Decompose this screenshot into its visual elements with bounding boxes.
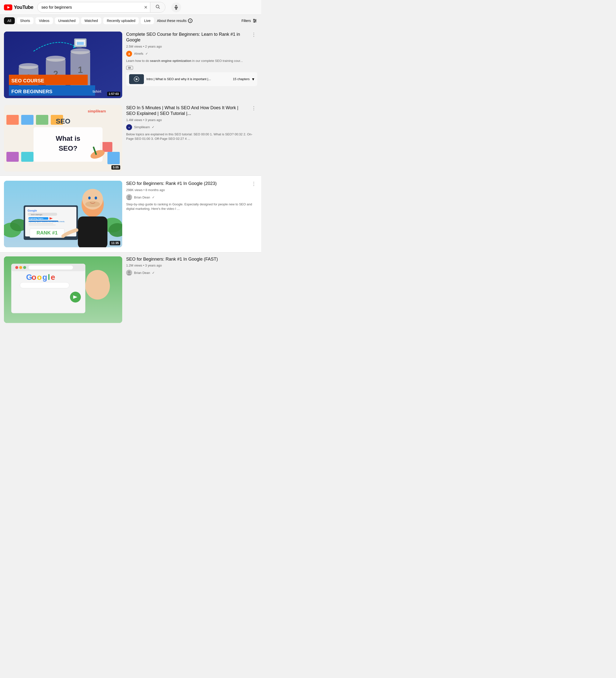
svg-text:o: o — [32, 273, 37, 281]
video-meta-2: 1.4M views • 3 years ago — [126, 118, 257, 122]
about-results[interactable]: About these results i — [157, 18, 193, 23]
svg-rect-4 — [176, 5, 177, 8]
filter-chip-unwatched[interactable]: Unwatched — [55, 17, 79, 24]
video-title-3[interactable]: SEO for Beginners: Rank #1 In Google (20… — [126, 181, 250, 186]
svg-rect-41 — [6, 152, 19, 162]
svg-point-2 — [156, 5, 159, 8]
filter-chip-shorts[interactable]: Shorts — [17, 17, 34, 24]
svg-text:RANK #1: RANK #1 — [37, 230, 58, 235]
svg-point-21 — [71, 48, 90, 54]
video-info-3: SEO for Beginners: Rank #1 In Google (20… — [126, 181, 257, 247]
svg-point-84 — [19, 266, 22, 269]
dot-1: • — [143, 45, 145, 48]
search-input[interactable] — [37, 3, 141, 11]
voice-search-button[interactable] — [171, 2, 181, 12]
svg-rect-37 — [6, 115, 19, 125]
verified-icon-3: ✓ — [152, 195, 155, 199]
svg-rect-77 — [78, 217, 108, 247]
video-info-2: SEO In 5 Minutes | What Is SEO And How D… — [126, 105, 257, 172]
svg-text:simplilearn: simplilearn — [88, 109, 106, 113]
thumbnail-1[interactable]: 3 2 1 SEO COURSE FOR BEGINN — [4, 32, 122, 98]
channel-avatar-2: S — [126, 124, 132, 130]
video-title-2[interactable]: SEO In 5 Minutes | What Is SEO And How D… — [126, 105, 250, 117]
svg-rect-86 — [29, 266, 73, 269]
more-options-button-1[interactable]: ⋮ — [250, 32, 257, 37]
channel-avatar-4 — [126, 270, 132, 276]
age-1: 2 years ago — [145, 45, 162, 48]
chapter-row-1[interactable]: Intro | What is SEO and why it is import… — [126, 72, 257, 86]
svg-text:Exploding Topics - Discover th: Exploding Topics - Discover the hottest … — [29, 221, 65, 223]
video-title-4[interactable]: SEO for Beginners: Rank #1 In Google (FA… — [126, 256, 257, 262]
sliders-icon — [252, 18, 257, 23]
svg-text:tech startups: tech startups — [31, 214, 42, 216]
youtube-logo[interactable]: YouTube — [4, 4, 33, 10]
svg-text:tshirt: tshirt — [93, 89, 101, 93]
search-submit-button[interactable] — [150, 2, 165, 12]
more-options-button-3[interactable]: ⋮ — [250, 181, 257, 187]
filters-label: Filters — [242, 19, 251, 23]
search-clear-button[interactable]: ✕ — [141, 5, 150, 10]
views-4: 1.2M views — [126, 264, 142, 267]
svg-text:What is: What is — [56, 135, 80, 142]
chapter-thumbnail-1 — [129, 74, 144, 84]
thumbnail-art-2: simplilearn SEO What is SEO? — [4, 105, 122, 172]
about-results-label: About these results — [157, 19, 187, 23]
svg-rect-26 — [77, 42, 84, 45]
video-card-2: simplilearn SEO What is SEO? — [0, 102, 261, 175]
video-title-1[interactable]: Complete SEO Course for Beginners: Learn… — [126, 32, 250, 43]
channel-row-2: S Simplilearn ✓ — [126, 124, 257, 130]
video-desc-1: Learn how to do search engine optimizati… — [126, 59, 257, 63]
video-desc-3: Step-by-step guide to ranking in Google.… — [126, 202, 257, 211]
thumbnail-art-4: G o o g l e — [4, 256, 122, 323]
views-1: 2.5M views — [126, 45, 142, 48]
info-icon: i — [188, 18, 193, 23]
svg-point-11 — [255, 20, 256, 21]
age-3: 8 months ago — [146, 188, 165, 192]
filter-chip-live[interactable]: Live — [141, 17, 154, 24]
thumbnail-3[interactable]: Google tech startups Exploding Topics Ex… — [4, 181, 122, 247]
svg-text:l: l — [48, 273, 50, 281]
svg-text:SEO: SEO — [56, 117, 70, 125]
svg-text:Google: Google — [28, 209, 37, 212]
video-card-3: Google tech startups Exploding Topics Ex… — [0, 176, 261, 253]
filter-chip-recently-uploaded[interactable]: Recently uploaded — [103, 17, 139, 24]
thumbnail-4[interactable]: G o o g l e — [4, 256, 122, 323]
svg-line-3 — [159, 8, 160, 9]
svg-text:SEO COURSE: SEO COURSE — [11, 78, 44, 83]
thumbnail-art-1: 3 2 1 SEO COURSE FOR BEGINN — [4, 32, 122, 98]
svg-text:e: e — [51, 273, 55, 281]
verified-icon-4: ✓ — [152, 271, 155, 275]
logo-wordmark: YouTube — [14, 4, 33, 10]
filter-chip-videos[interactable]: Videos — [36, 17, 53, 24]
channel-name-1[interactable]: Ahrefs — [134, 52, 143, 55]
thumbnail-2[interactable]: simplilearn SEO What is SEO? — [4, 105, 122, 172]
svg-rect-69 — [29, 225, 56, 225]
svg-point-18 — [46, 56, 66, 62]
views-3: 298K views — [126, 188, 142, 192]
video-desc-2: Below topics are explained in this SEO t… — [126, 132, 257, 141]
duration-badge-3: 11:35 — [110, 241, 120, 245]
channel-name-4[interactable]: Brian Dean — [134, 271, 150, 275]
channel-row-1: a Ahrefs ✓ — [126, 51, 257, 57]
video-meta-3: 298K views • 8 months ago — [126, 188, 257, 192]
expand-chapters-button-1[interactable]: ▾ — [252, 76, 254, 82]
video-info-4: SEO for Beginners: Rank #1 In Google (FA… — [126, 256, 257, 323]
channel-name-3[interactable]: Brian Dean — [134, 195, 150, 199]
filters-button[interactable]: Filters — [242, 18, 257, 23]
filter-chip-watched[interactable]: Watched — [81, 17, 101, 24]
filter-bar: All Shorts Videos Unwatched Watched Rece… — [0, 15, 261, 27]
svg-point-97 — [86, 270, 109, 292]
chapter-label-1: Intro | What is SEO and why it is import… — [147, 77, 211, 81]
chapter-info-1: Intro | What is SEO and why it is import… — [147, 77, 231, 81]
svg-rect-68 — [29, 223, 53, 224]
svg-rect-42 — [21, 152, 34, 162]
more-options-button-2[interactable]: ⋮ — [250, 105, 257, 111]
quality-badge-1: 4K — [126, 66, 133, 70]
filter-chip-all[interactable]: All — [4, 17, 15, 24]
channel-name-2[interactable]: Simplilearn — [134, 125, 150, 129]
duration-badge-1: 1:57:03 — [107, 92, 120, 96]
svg-rect-39 — [36, 115, 48, 125]
svg-point-74 — [88, 196, 91, 199]
svg-rect-44 — [108, 152, 120, 164]
verified-icon-2: ✓ — [152, 125, 155, 129]
